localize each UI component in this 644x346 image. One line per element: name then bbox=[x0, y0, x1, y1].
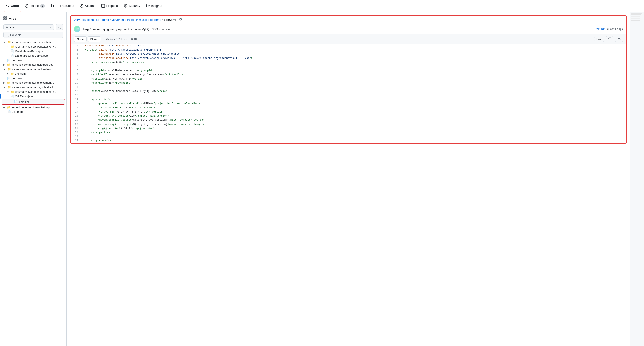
folder-icon: 📁 bbox=[7, 68, 11, 71]
security-icon bbox=[124, 4, 128, 8]
code-line-14: 14 <properties> bbox=[70, 98, 626, 102]
chevron-down-icon: ▼ bbox=[7, 90, 9, 93]
search-icon bbox=[58, 26, 61, 29]
nav-issues[interactable]: Issues 2 bbox=[22, 0, 47, 12]
code-line-19: 19 <maven.compiler.source>${target.java.… bbox=[70, 118, 626, 122]
copy-path-button[interactable] bbox=[178, 18, 182, 21]
copy-raw-button[interactable] bbox=[606, 36, 614, 42]
top-nav: Code Issues 2 Pull requests Actions bbox=[0, 0, 644, 12]
nav-issues-label: Issues bbox=[30, 4, 39, 8]
list-item[interactable]: ▼ 📁 src/main/java/com/alibaba/verv... bbox=[0, 90, 66, 94]
line-content: <project.build.sourceEncoding>UTF-8</pro… bbox=[82, 102, 203, 106]
goto-search-icon bbox=[6, 34, 9, 36]
raw-button[interactable]: Raw bbox=[594, 36, 604, 42]
insights-icon bbox=[146, 4, 150, 8]
code-line-3: 3 xmlns:xsi="http://www.w3.org/2001/XMLS… bbox=[70, 52, 626, 56]
code-line-4: 4 xsi:schemaLocation="http://maven.apach… bbox=[70, 56, 626, 60]
projects-icon bbox=[101, 4, 105, 8]
tab-blame[interactable]: Blame bbox=[88, 36, 101, 42]
line-number: 10 bbox=[70, 81, 82, 85]
code-toolbar: Code Blame 145 lines (131 loc) · 5.86 KB… bbox=[70, 34, 626, 44]
line-content: <flink.version>1.17.1</flink.version> bbox=[82, 106, 158, 110]
selected-pom-file[interactable]: 📄 pom.xml bbox=[2, 99, 65, 104]
breadcrumb-repo[interactable]: ververica-connector-demo bbox=[74, 18, 109, 22]
branch-selector[interactable]: main bbox=[4, 24, 54, 30]
code-line-6: 6 bbox=[70, 64, 626, 69]
list-item[interactable]: ▼ 📁 src/main/java/com/alibaba/verv... bbox=[0, 44, 66, 49]
tree-item-label: pom.xml bbox=[12, 58, 22, 62]
line-number: 19 bbox=[70, 118, 82, 122]
file-icon: 📄 bbox=[14, 100, 18, 104]
line-number: 1 bbox=[70, 44, 82, 48]
nav-code[interactable]: Code bbox=[4, 0, 22, 12]
line-content: <dependencies> bbox=[82, 139, 116, 143]
go-to-file-button[interactable]: Go to file bbox=[4, 32, 63, 38]
line-content: xmlns:xsi="http://www.w3.org/2001/XMLSch… bbox=[82, 52, 184, 56]
folder-icon: 📁 bbox=[11, 90, 14, 94]
file-icon: 📄 bbox=[7, 58, 10, 62]
file-icon: 📄 bbox=[7, 110, 11, 114]
tree-item-label: src/main/java/com/alibaba/verv... bbox=[16, 90, 56, 94]
list-item[interactable]: 📄 .gitignore bbox=[0, 110, 66, 114]
list-item[interactable]: ▶ 📁 src/main bbox=[0, 72, 66, 76]
list-item[interactable]: 📄 CdcDemo.java bbox=[0, 94, 66, 98]
branch-icon bbox=[6, 26, 9, 28]
copy-icon bbox=[608, 37, 611, 40]
folder-icon: 📁 bbox=[7, 63, 10, 66]
list-item[interactable]: ▼ 📁 ververica-connector-datahub-de... bbox=[0, 40, 66, 44]
sidebar-title: Files bbox=[8, 16, 16, 20]
files-panel-icon bbox=[4, 16, 7, 21]
breadcrumb-sep-2: / bbox=[162, 18, 163, 22]
line-content: <packaging>jar</packaging> bbox=[82, 81, 135, 85]
list-item[interactable]: ▶ 📁 ververica-connector-maxcomput... bbox=[0, 80, 66, 85]
line-number: 9 bbox=[70, 77, 82, 81]
code-line-13: 13 bbox=[70, 94, 626, 98]
list-item[interactable]: ▼ 📁 ververica-connector-mysql-cdc-d... bbox=[0, 85, 66, 90]
nav-projects[interactable]: Projects bbox=[99, 0, 120, 12]
commit-hash[interactable]: 7cc11d7 bbox=[595, 28, 605, 30]
line-number: 8 bbox=[70, 73, 82, 77]
chevron-down-icon: ▼ bbox=[4, 86, 6, 88]
file-viewer: ververica-connector-demo / ververica-con… bbox=[70, 16, 627, 144]
search-files-button[interactable] bbox=[56, 24, 63, 30]
code-icon bbox=[6, 4, 10, 8]
breadcrumb: ververica-connector-demo / ververica-con… bbox=[70, 16, 626, 24]
list-item[interactable]: 📄 DatahubSourceDemo.java bbox=[0, 53, 66, 58]
nav-security-label: Security bbox=[129, 4, 140, 8]
code-line-15: 15 <project.build.sourceEncoding>UTF-8</… bbox=[70, 102, 626, 106]
sidebar-controls: main bbox=[0, 24, 66, 32]
line-number: 15 bbox=[70, 102, 82, 106]
list-item[interactable]: ▼ 📁 ververica-connector-kafka-demo bbox=[0, 67, 66, 72]
list-item[interactable]: 📄 pom.xml bbox=[0, 58, 66, 62]
file-icon: 📄 bbox=[10, 50, 14, 53]
tree-item-label: ververica-connector-rocketmq-d... bbox=[12, 106, 53, 109]
nav-code-label: Code bbox=[11, 4, 19, 8]
code-stats: 145 lines (131 loc) · 5.86 KB bbox=[104, 36, 137, 42]
tab-code[interactable]: Code bbox=[74, 36, 87, 42]
main-container: Files main Go to fi bbox=[0, 12, 644, 346]
list-item[interactable]: 📄 pom.xml bbox=[0, 76, 66, 80]
download-button[interactable] bbox=[615, 36, 623, 42]
sidebar-header: Files bbox=[0, 15, 66, 22]
breadcrumb-folder[interactable]: ververica-connector-mysql-cdc-demo bbox=[112, 18, 161, 22]
nav-insights[interactable]: Insights bbox=[144, 0, 165, 12]
list-item[interactable]: ▶ 📁 ververica-connector-hologres-de... bbox=[0, 62, 66, 67]
folder-icon: 📁 bbox=[7, 86, 11, 89]
issues-icon bbox=[25, 4, 28, 8]
nav-security[interactable]: Security bbox=[121, 0, 143, 12]
nav-pull-requests[interactable]: Pull requests bbox=[48, 0, 77, 12]
code-line-5: 5 <modelVersion>4.0.0</modelVersion> bbox=[70, 60, 626, 64]
nav-actions[interactable]: Actions bbox=[78, 0, 98, 12]
actions-icon bbox=[80, 4, 84, 8]
code-line-9: 9 <version>1.17-vvr-8.0.4-1</version> bbox=[70, 77, 626, 81]
line-content bbox=[82, 135, 89, 139]
line-number: 18 bbox=[70, 114, 82, 118]
list-item[interactable]: 📄 DatahubSinkDemo.java bbox=[0, 49, 66, 53]
code-line-12: 12 <name>Ververica Connector Demo : MySQ… bbox=[70, 89, 626, 94]
line-number: 20 bbox=[70, 122, 82, 126]
list-item[interactable]: ▶ 📁 ververica-connector-rocketmq-d... bbox=[0, 105, 66, 110]
tree-item-label: ververica-connector-maxcomput... bbox=[12, 81, 54, 84]
code-line-11: 11 bbox=[70, 85, 626, 89]
code-actions: Raw bbox=[594, 36, 623, 42]
line-number: 21 bbox=[70, 126, 82, 130]
